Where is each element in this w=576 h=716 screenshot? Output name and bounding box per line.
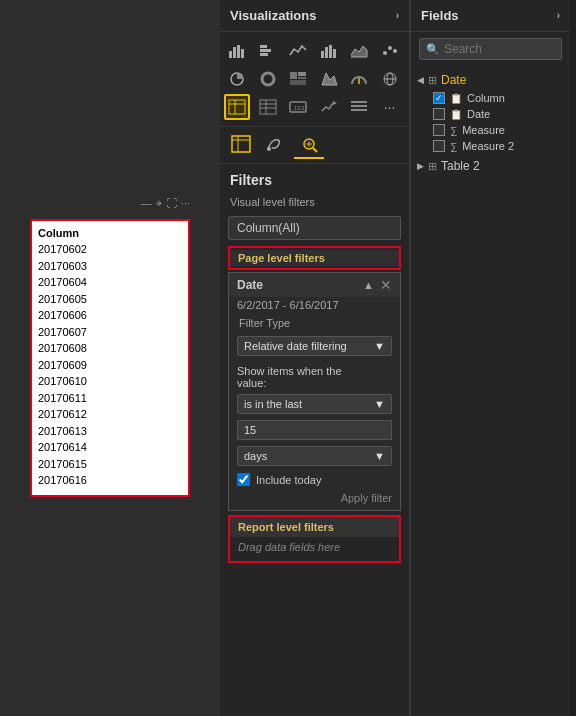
right-panels: Visualizations › (220, 0, 576, 716)
fields-title: Fields (421, 8, 459, 23)
period-select[interactable]: days ▼ (237, 446, 392, 466)
svg-rect-10 (333, 49, 336, 58)
toolbar-icon-3[interactable]: ⛶ (166, 197, 177, 210)
date-filter-box: Date ▲ ✕ 6/2/2017 - 6/16/2017 Filter Typ… (228, 272, 401, 511)
date-group: ◀ ⊞ Date ✓ 📋 Column 📋 Date (411, 70, 570, 154)
field-icon-column: 📋 (450, 93, 462, 104)
page-level-section: Page level filters (228, 246, 401, 270)
filter-type-label: Filter Type (229, 313, 400, 333)
visual-container: Column 201706022017060320170604201706052… (30, 219, 190, 497)
svg-point-16 (265, 76, 271, 82)
date-group-tri: ◀ (417, 75, 424, 85)
table-row: 20170606 (38, 307, 182, 324)
viz-tab-analytics[interactable] (294, 131, 324, 159)
table-row: 20170605 (38, 291, 182, 308)
toolbar-icon-1[interactable]: — (141, 197, 152, 210)
viz-icon-treemap[interactable] (285, 66, 311, 92)
svg-rect-4 (260, 45, 267, 48)
viz-icon-slicer[interactable] (346, 94, 372, 120)
filter-type-dropdown-icon: ▼ (374, 340, 385, 352)
viz-icon-globe[interactable] (377, 66, 403, 92)
viz-icon-card[interactable]: 123 (285, 94, 311, 120)
svg-marker-35 (333, 101, 337, 105)
svg-rect-29 (260, 100, 276, 114)
table-row: 20170612 (38, 406, 182, 423)
viz-chevron[interactable]: › (396, 10, 399, 21)
condition-value: is in the last (244, 398, 302, 410)
viz-icon-table[interactable] (224, 94, 250, 120)
field-label-measure2: Measure 2 (462, 140, 514, 152)
viz-panel: Visualizations › (220, 0, 410, 716)
svg-rect-37 (351, 105, 367, 107)
field-item-column[interactable]: ✓ 📋 Column (411, 90, 570, 106)
viz-icon-column[interactable] (255, 38, 281, 64)
viz-panel-header: Visualizations › (220, 0, 409, 32)
viz-icon-area[interactable] (346, 38, 372, 64)
table2-group-tri: ▶ (417, 161, 424, 171)
include-today-checkbox[interactable] (237, 473, 250, 486)
svg-rect-8 (325, 47, 328, 58)
viz-icon-map[interactable] (316, 66, 342, 92)
date-up-icon[interactable]: ▲ (363, 279, 374, 291)
date-filter-name: Date (237, 278, 263, 292)
period-dropdown-icon: ▼ (374, 450, 385, 462)
toolbar-icon-4[interactable]: ··· (181, 197, 190, 210)
svg-rect-38 (351, 109, 367, 111)
table-row: 20170607 (38, 324, 182, 341)
table-row: 20170602 (38, 241, 182, 258)
field-icon-measure2: ∑ (450, 141, 457, 152)
viz-tab-format[interactable] (260, 131, 290, 159)
table-row: 20170609 (38, 357, 182, 374)
report-level-label: Report level filters (230, 517, 399, 537)
field-label-column: Column (467, 92, 505, 104)
table2-group-table-icon: ⊞ (428, 160, 437, 173)
report-level-section: Report level filters Drag data fields he… (228, 515, 401, 563)
table2-group: ▶ ⊞ Table 2 (411, 156, 570, 176)
period-dropdown-row: days ▼ (229, 443, 400, 469)
field-item-date[interactable]: 📋 Date (411, 106, 570, 122)
table-row: 20170610 (38, 373, 182, 390)
viz-icon-more[interactable]: ··· (377, 94, 403, 120)
viz-icon-bar[interactable] (224, 38, 250, 64)
viz-icon-line[interactable] (285, 38, 311, 64)
table2-group-header[interactable]: ▶ ⊞ Table 2 (411, 156, 570, 176)
viz-icon-scatter[interactable] (377, 38, 403, 64)
svg-line-44 (313, 148, 317, 152)
search-icon: 🔍 (426, 43, 440, 56)
field-item-measure2[interactable]: ∑ Measure 2 (411, 138, 570, 154)
number-input[interactable] (237, 420, 392, 440)
fields-tree: ◀ ⊞ Date ✓ 📋 Column 📋 Date (411, 66, 570, 182)
period-value: days (244, 450, 267, 462)
filter-type-row: Relative date filtering ▼ (229, 333, 400, 359)
table2-group-label: Table 2 (441, 159, 480, 173)
viz-icon-donut[interactable] (255, 66, 281, 92)
toolbar-icon-2[interactable]: ⌖ (156, 197, 162, 210)
apply-filter-label[interactable]: Apply filter (341, 492, 392, 504)
visual-toolbar: — ⌖ ⛶ ··· (141, 197, 190, 210)
date-group-header[interactable]: ◀ ⊞ Date (411, 70, 570, 90)
table-row: 20170604 (38, 274, 182, 291)
svg-rect-20 (290, 80, 306, 85)
svg-rect-9 (329, 45, 332, 58)
table-row: 20170611 (38, 390, 182, 407)
fields-panel-header: Fields › (411, 0, 570, 32)
canvas-area: — ⌖ ⛶ ··· Column 20170602201706032017060… (0, 0, 220, 716)
viz-icon-kpi[interactable] (316, 94, 342, 120)
viz-icon-matrix[interactable] (255, 94, 281, 120)
column-pill[interactable]: Column(All) (228, 216, 401, 240)
field-item-measure[interactable]: ∑ Measure (411, 122, 570, 138)
viz-tab-fields[interactable] (226, 131, 256, 159)
search-input[interactable] (444, 42, 555, 56)
condition-select[interactable]: is in the last ▼ (237, 394, 392, 414)
viz-icon-bar2[interactable] (316, 38, 342, 64)
filter-type-select[interactable]: Relative date filtering ▼ (237, 336, 392, 356)
viz-icon-gauge[interactable] (346, 66, 372, 92)
field-cb-date (433, 108, 445, 120)
fields-chevron[interactable]: › (557, 10, 560, 21)
search-box[interactable]: 🔍 (419, 38, 562, 60)
visual-table: Column 201706022017060320170604201706052… (38, 227, 182, 489)
page-level-label: Page level filters (230, 250, 399, 266)
viz-icon-pie[interactable] (224, 66, 250, 92)
table-row: 20170603 (38, 258, 182, 275)
date-close-icon[interactable]: ✕ (380, 277, 392, 293)
